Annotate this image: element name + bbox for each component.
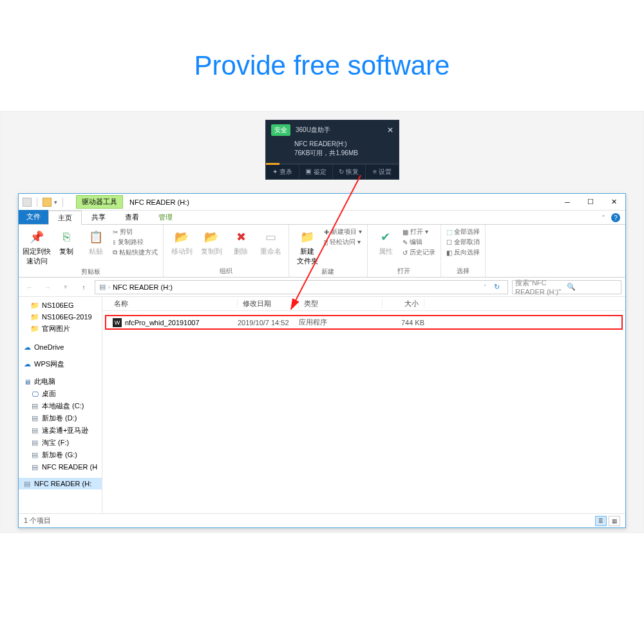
properties-button[interactable]: ✔属性 — [373, 227, 399, 256]
column-headers: 名称 修改日期 类型 大小 — [102, 297, 625, 311]
content-pane: 名称 修改日期 类型 大小 WnfcPro_whid_20191007 2019… — [102, 297, 625, 513]
refresh-button[interactable]: ↻ — [489, 281, 504, 294]
nav-onedrive[interactable]: ☁OneDrive — [19, 341, 102, 353]
safe-badge: 安全 — [271, 124, 290, 136]
delete-button[interactable]: ✖删除 — [228, 227, 254, 256]
popup-scan[interactable]: ✦ 查杀 — [266, 165, 299, 179]
popup-space-line: 76KB可用，共1.96MB — [294, 149, 393, 158]
manage-tab[interactable]: 管理 — [149, 210, 182, 224]
copy-to-button[interactable]: 📂复制到 — [198, 227, 224, 256]
file-name: nfcPro_whid_20191007 — [125, 319, 200, 327]
new-group-label: 新建 — [294, 266, 362, 276]
open-button[interactable]: ▦打开 ▾ — [402, 227, 435, 236]
pin-icon: 📌 — [28, 229, 45, 245]
minimize-button[interactable]: ─ — [556, 194, 579, 211]
popup-identify[interactable]: ▣ 鉴定 — [299, 165, 333, 179]
select-none-button[interactable]: ☐全部取消 — [446, 238, 480, 247]
nav-drive-selected[interactable]: ▤NFC READER (H: — [19, 478, 102, 489]
details-view-button[interactable]: ≣ — [595, 516, 607, 526]
titlebar: ▾ 驱动器工具 NFC READER (H:) ─ ☐ ✕ — [19, 194, 625, 211]
help-icon[interactable]: ? — [611, 213, 620, 222]
nav-drive[interactable]: ▤新加卷 (G:) — [19, 449, 102, 461]
maximize-button[interactable]: ☐ — [579, 194, 602, 211]
copy-path-button[interactable]: ⩉复制路径 — [113, 238, 158, 247]
file-tab[interactable]: 文件 — [19, 210, 48, 224]
item-count: 1 个项目 — [24, 516, 51, 526]
edit-button[interactable]: ✎编辑 — [402, 238, 435, 247]
easy-access-button[interactable]: ⍰轻松访问 ▾ — [324, 238, 362, 247]
file-size: 744 KB — [383, 319, 424, 327]
close-button[interactable]: ✕ — [602, 194, 625, 211]
search-placeholder: 搜索"NFC READER (H:)" — [515, 278, 567, 296]
file-row[interactable]: WnfcPro_whid_20191007 2019/10/7 14:52 应用… — [105, 315, 623, 330]
address-dropdown-icon[interactable]: ˅ — [484, 284, 487, 290]
status-bar: 1 个项目 ≣ ▦ — [19, 513, 625, 527]
nav-this-pc[interactable]: 🖥此电脑 — [19, 375, 102, 388]
new-item-button[interactable]: ✚新建项目 ▾ — [324, 227, 362, 236]
qat-chevron-icon[interactable]: ▾ — [54, 199, 57, 205]
nav-folder[interactable]: 📁NS106EG — [19, 299, 102, 311]
forward-button[interactable]: → — [41, 280, 55, 294]
popup-actions: ✦ 查杀 ▣ 鉴定 ↻ 恢复 ≡ 设置 — [266, 165, 399, 179]
nav-drive[interactable]: ▤本地磁盘 (C:) — [19, 400, 102, 412]
app-icon: W — [113, 318, 122, 327]
window-icon[interactable] — [23, 198, 32, 207]
select-all-button[interactable]: ⬚全部选择 — [446, 227, 480, 236]
popup-settings[interactable]: ≡ 设置 — [366, 165, 399, 179]
nav-pane: 📁NS106EG 📁NS106EG-2019 📁官网图片 ☁OneDrive ☁… — [19, 297, 102, 513]
col-date[interactable]: 修改日期 — [238, 299, 299, 308]
cut-button[interactable]: ✂剪切 — [113, 227, 158, 236]
address-bar: ← → ▾ ↑ ▤ › NFC READER (H:) ˅ ↻ 搜索"NFC R… — [19, 278, 625, 297]
address-segment[interactable]: NFC READER (H:) — [113, 283, 173, 291]
history-button[interactable]: ↺历史记录 — [402, 248, 435, 257]
recent-button[interactable]: ▾ — [59, 280, 73, 294]
drive-tools-label: 驱动器工具 — [76, 195, 123, 209]
ribbon: 📌固定到快 速访问 ⎘复制 📋粘贴 ✂剪切 ⩉复制路径 ⧉粘贴快捷方式 剪贴板 … — [19, 225, 625, 278]
file-type: 应用程序 — [299, 317, 383, 327]
move-to-button[interactable]: 📂移动到 — [169, 227, 194, 256]
paste-button[interactable]: 📋粘贴 — [83, 227, 109, 256]
nav-folder[interactable]: 📁NS106EG-2019 — [19, 311, 102, 323]
up-button[interactable]: ↑ — [77, 280, 91, 294]
nav-wps[interactable]: ☁WPS网盘 — [19, 358, 102, 370]
nav-folder[interactable]: 📁官网图片 — [19, 323, 102, 335]
rename-button[interactable]: ▭重命名 — [258, 227, 283, 256]
page-headline: Provide free software — [0, 0, 644, 81]
view-tab[interactable]: 查看 — [115, 210, 149, 224]
nav-drive[interactable]: ▤新加卷 (D:) — [19, 412, 102, 424]
home-tab[interactable]: 主页 — [48, 211, 82, 225]
popup-device-line: NFC READER(H:) — [294, 140, 393, 149]
address-field[interactable]: ▤ › NFC READER (H:) ˅ ↻ — [95, 280, 508, 294]
explorer-window: ▾ 驱动器工具 NFC READER (H:) ─ ☐ ✕ 文件 主页 共享 查… — [18, 193, 626, 528]
ribbon-tabs: 文件 主页 共享 查看 管理 ˆ ? — [19, 211, 625, 225]
qat-button[interactable] — [43, 198, 52, 207]
pin-quick-button[interactable]: 📌固定到快 速访问 — [24, 227, 50, 266]
back-button[interactable]: ← — [23, 280, 37, 294]
share-tab[interactable]: 共享 — [82, 210, 115, 224]
new-folder-button[interactable]: 📁新建 文件夹 — [294, 227, 320, 266]
paste-shortcut-button[interactable]: ⧉粘贴快捷方式 — [113, 248, 158, 257]
nav-drive[interactable]: ▤淘宝 (F:) — [19, 437, 102, 449]
paste-icon: 📋 — [88, 229, 104, 245]
drive-icon: ▤ — [99, 283, 106, 291]
col-size[interactable]: 大小 — [383, 299, 424, 308]
select-group-label: 选择 — [446, 265, 480, 276]
col-name[interactable]: 名称 — [109, 299, 238, 308]
icons-view-button[interactable]: ▦ — [609, 516, 620, 526]
usb-popup: 安全 360U盘助手 ✕ NFC READER(H:) 76KB可用，共1.96… — [265, 120, 399, 180]
cut-icon: ✂ — [113, 229, 118, 236]
invert-selection-button[interactable]: ◧反向选择 — [446, 248, 480, 257]
popup-close-button[interactable]: ✕ — [387, 126, 393, 135]
file-date: 2019/10/7 14:52 — [238, 319, 299, 327]
search-field[interactable]: 搜索"NFC READER (H:)" 🔍 — [512, 280, 621, 294]
popup-recover[interactable]: ↻ 恢复 — [333, 165, 366, 179]
nav-desktop[interactable]: 🖵桌面 — [19, 388, 102, 400]
search-icon: 🔍 — [567, 283, 618, 291]
organize-group-label: 组织 — [169, 265, 283, 276]
col-type[interactable]: 类型 — [299, 299, 383, 308]
copy-button[interactable]: ⎘复制 — [53, 227, 79, 256]
nav-drive[interactable]: ▤速卖通+亚马逊 — [19, 424, 102, 437]
ribbon-collapse-button[interactable]: ˆ — [596, 213, 611, 224]
nav-drive[interactable]: ▤NFC READER (H — [19, 461, 102, 473]
clipboard-group-label: 剪贴板 — [24, 266, 158, 276]
